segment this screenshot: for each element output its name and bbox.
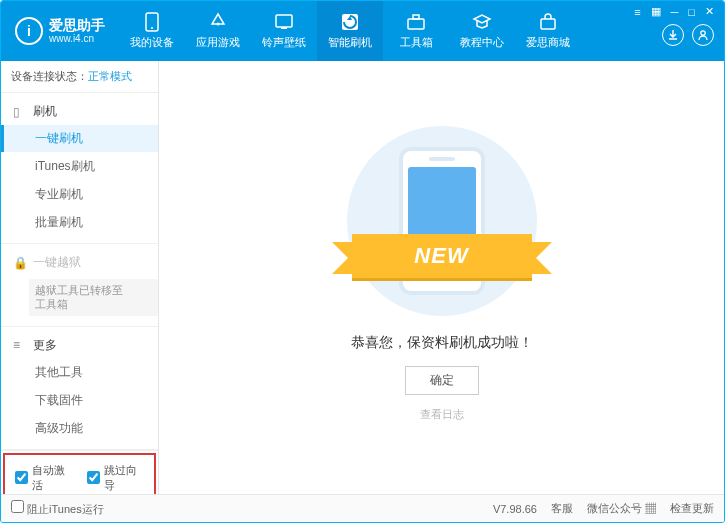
skin-icon[interactable]: ▦ — [651, 5, 661, 18]
svg-rect-8 — [541, 19, 555, 29]
customer-service-link[interactable]: 客服 — [551, 501, 573, 516]
download-button[interactable] — [662, 24, 684, 46]
phone-icon — [142, 12, 162, 32]
check-update-link[interactable]: 检查更新 — [670, 501, 714, 516]
version-label: V7.98.66 — [493, 503, 537, 515]
connection-status: 设备连接状态：正常模式 — [1, 61, 158, 93]
block-itunes-checkbox[interactable]: 阻止iTunes运行 — [11, 500, 104, 517]
minimize-icon[interactable]: ─ — [671, 6, 679, 18]
menu-icon[interactable]: ≡ — [634, 6, 640, 18]
apps-icon — [208, 12, 228, 32]
qrcode-icon: ▦ — [645, 502, 656, 514]
sidebar-section-jailbreak: 🔒 一键越狱 — [1, 250, 158, 275]
sidebar: 设备连接状态：正常模式 ▯ 刷机 一键刷机 iTunes刷机 专业刷机 批量刷机… — [1, 61, 159, 496]
app-header: i 爱思助手 www.i4.cn 我的设备 应用游戏 铃声壁纸 智能刷机 工具箱 — [1, 1, 724, 61]
more-icon: ≡ — [13, 338, 27, 352]
auto-activate-checkbox[interactable]: 自动激活 — [15, 463, 73, 493]
svg-point-1 — [151, 27, 153, 29]
sidebar-item-oneclick-flash[interactable]: 一键刷机 — [1, 125, 158, 152]
wechat-link[interactable]: 微信公众号 ▦ — [587, 501, 656, 516]
sidebar-section-more[interactable]: ≡ 更多 — [1, 333, 158, 358]
success-illustration: NEW — [312, 136, 572, 306]
tutorial-icon — [472, 12, 492, 32]
maximize-icon[interactable]: □ — [688, 6, 695, 18]
brand-title: 爱思助手 — [49, 18, 105, 33]
view-log-link[interactable]: 查看日志 — [420, 407, 464, 422]
sidebar-item-itunes-flash[interactable]: iTunes刷机 — [1, 153, 158, 180]
success-message: 恭喜您，保资料刷机成功啦！ — [351, 334, 533, 352]
nav-ringtones[interactable]: 铃声壁纸 — [251, 1, 317, 61]
close-icon[interactable]: ✕ — [705, 5, 714, 18]
ok-button[interactable]: 确定 — [405, 366, 479, 395]
sidebar-section-flash[interactable]: ▯ 刷机 — [1, 99, 158, 124]
lock-icon: 🔒 — [13, 256, 27, 270]
sidebar-item-batch-flash[interactable]: 批量刷机 — [1, 209, 158, 236]
store-icon — [538, 12, 558, 32]
nav-my-device[interactable]: 我的设备 — [119, 1, 185, 61]
jailbreak-note: 越狱工具已转移至 工具箱 — [29, 279, 158, 316]
phone-small-icon: ▯ — [13, 105, 27, 119]
main-content: NEW 恭喜您，保资料刷机成功啦！ 确定 查看日志 — [159, 61, 724, 496]
nav-flash[interactable]: 智能刷机 — [317, 1, 383, 61]
sidebar-item-advanced[interactable]: 高级功能 — [1, 415, 158, 442]
nav-toolbox[interactable]: 工具箱 — [383, 1, 449, 61]
brand-url: www.i4.cn — [49, 33, 105, 44]
flash-icon — [340, 12, 360, 32]
logo-icon: i — [15, 17, 43, 45]
toolbox-icon — [406, 12, 426, 32]
svg-point-9 — [701, 31, 705, 35]
sidebar-item-pro-flash[interactable]: 专业刷机 — [1, 181, 158, 208]
top-nav: 我的设备 应用游戏 铃声壁纸 智能刷机 工具箱 教程中心 爱思商城 — [119, 1, 581, 61]
sidebar-item-other-tools[interactable]: 其他工具 — [1, 359, 158, 386]
skip-guide-checkbox[interactable]: 跳过向导 — [87, 463, 145, 493]
status-footer: 阻止iTunes运行 V7.98.66 客服 微信公众号 ▦ 检查更新 — [1, 494, 724, 522]
wallpaper-icon — [274, 12, 294, 32]
svg-rect-3 — [276, 15, 292, 27]
svg-point-2 — [217, 23, 220, 26]
svg-rect-4 — [281, 27, 287, 29]
nav-store[interactable]: 爱思商城 — [515, 1, 581, 61]
nav-tutorial[interactable]: 教程中心 — [449, 1, 515, 61]
new-ribbon: NEW — [352, 234, 532, 278]
brand: i 爱思助手 www.i4.cn — [1, 17, 119, 45]
svg-rect-7 — [413, 15, 419, 19]
svg-rect-6 — [408, 19, 424, 29]
nav-apps[interactable]: 应用游戏 — [185, 1, 251, 61]
window-controls: ≡ ▦ ─ □ ✕ — [630, 1, 718, 18]
sidebar-item-download-firmware[interactable]: 下载固件 — [1, 387, 158, 414]
user-button[interactable] — [692, 24, 714, 46]
